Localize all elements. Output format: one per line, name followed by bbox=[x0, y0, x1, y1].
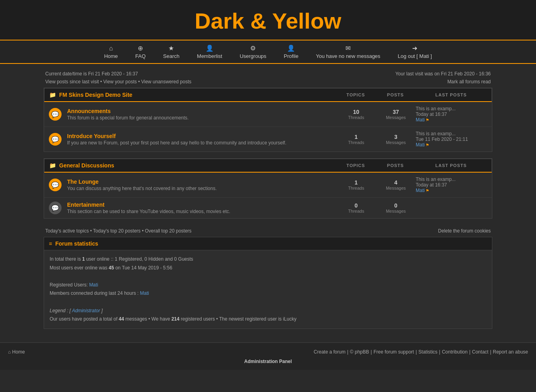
last-post-date-announcements: Today at 16:37 bbox=[416, 111, 487, 117]
forum-info-lounge: The Lounge You can discuss anything here… bbox=[67, 179, 336, 191]
max-online-info: Most users ever online was 45 on Tue 14 … bbox=[50, 264, 486, 273]
site-title: Dark & Yellow bbox=[0, 8, 536, 34]
stat-label-threads-introduce: Threads bbox=[336, 140, 376, 145]
last-post-date-introduce: Tue 11 Feb 2020 - 21:11 bbox=[416, 136, 487, 142]
stat-num-posts-lounge: 4 bbox=[376, 179, 416, 186]
footer-contact[interactable]: Contact bbox=[472, 349, 488, 355]
profile-icon: 👤 bbox=[287, 44, 295, 52]
stat-num-posts-introduce: 3 bbox=[376, 134, 416, 140]
delete-cookies-link[interactable]: Delete the forum cookies bbox=[438, 228, 491, 234]
forum-name-lounge[interactable]: The Lounge bbox=[67, 179, 336, 185]
nav-profile[interactable]: 👤 Profile bbox=[275, 43, 307, 61]
category-header-general: 📁 General Discussions TOPICS POSTS LAST … bbox=[44, 159, 492, 173]
user-flag-icon-announcements: ⚑ bbox=[426, 118, 429, 122]
total-messages: 44 bbox=[119, 316, 124, 322]
forum-stat-topics-lounge: 1 Threads bbox=[336, 179, 376, 190]
last-post-date-lounge: Today at 16:37 bbox=[416, 182, 487, 188]
forum-desc-introduce: If you are new to Forum, post your first… bbox=[67, 140, 336, 146]
stat-label-messages-announcements: Messages bbox=[376, 115, 416, 120]
last-post-title-introduce: This is an examp... bbox=[416, 131, 487, 136]
forum-row-announcements: 💬 Announcements This forum is a special … bbox=[44, 102, 492, 127]
category-title-general: General Discussions bbox=[59, 162, 336, 169]
forum-stats-box: ≡ Forum statistics In total there is 1 u… bbox=[44, 237, 492, 329]
max-date: Tue 14 May 2019 - 5:56 bbox=[122, 265, 172, 271]
col-posts-header-2: POSTS bbox=[376, 163, 415, 168]
footer-contribution[interactable]: Contribution bbox=[442, 349, 468, 355]
nav-memberlist[interactable]: 👤 Memberlist bbox=[188, 43, 231, 61]
footer-free-support[interactable]: Free forum support bbox=[374, 349, 414, 355]
nav-search[interactable]: ★ Search bbox=[154, 43, 188, 61]
forum-stat-topics-introduce: 1 Threads bbox=[336, 134, 376, 145]
stat-num-topics-announcements: 10 bbox=[336, 109, 376, 115]
nav-profile-label: Profile bbox=[284, 53, 299, 59]
last-post-title-announcements: This is an examp... bbox=[416, 106, 487, 111]
stat-label-threads-entertainment: Threads bbox=[336, 209, 376, 213]
active-topics-link[interactable]: Today's active topics bbox=[45, 228, 89, 234]
nav-usergroups[interactable]: ⚙ Usergroups bbox=[231, 43, 275, 61]
col-lastposts-header-1: LAST POSTS bbox=[415, 92, 487, 97]
main-container: Current date/time is Fri 21 Feb 2020 - 1… bbox=[40, 64, 496, 339]
forum-name-announcements[interactable]: Announcements bbox=[67, 108, 336, 114]
stat-label-messages-introduce: Messages bbox=[376, 140, 416, 145]
forum-name-introduce[interactable]: Introduce Yourself bbox=[67, 133, 336, 139]
last-post-user-introduce[interactable]: Mati bbox=[416, 142, 425, 148]
nav-memberlist-label: Memberlist bbox=[197, 53, 222, 59]
stat-label-threads-lounge: Threads bbox=[336, 186, 376, 190]
nav-usergroups-label: Usergroups bbox=[240, 53, 266, 59]
forum-row-lounge: 💬 The Lounge You can discuss anything he… bbox=[44, 173, 492, 198]
nav-messages[interactable]: ✉ You have no new messages bbox=[307, 43, 389, 61]
nav-messages-label: You have no new messages bbox=[316, 53, 380, 59]
forum-info-entertainment: Entertainment This section can be used t… bbox=[67, 202, 336, 214]
forum-last-introduce: This is an examp... Tue 11 Feb 2020 - 21… bbox=[416, 131, 487, 148]
forum-last-lounge: This is an examp... Today at 16:37 Mati⚑ bbox=[416, 177, 487, 193]
nav-home[interactable]: ⌂ Home bbox=[95, 43, 127, 61]
nav-home-label: Home bbox=[104, 53, 118, 59]
forum-stat-topics-entertainment: 0 Threads bbox=[336, 202, 376, 213]
footer-create-forum[interactable]: Create a forum bbox=[314, 349, 345, 355]
nav-faq-label: FAQ bbox=[135, 53, 146, 59]
faq-icon: ⊕ bbox=[138, 44, 143, 52]
forum-stat-posts-announcements: 37 Messages bbox=[376, 109, 416, 120]
nav-logout[interactable]: ➜ Log out [ Mati ] bbox=[389, 43, 441, 61]
footer-home-link[interactable]: ⌂ Home bbox=[8, 349, 25, 355]
forum-row-introduce-yourself: 💬 Introduce Yourself If you are new to F… bbox=[44, 127, 492, 152]
forum-stat-topics-announcements: 10 Threads bbox=[336, 109, 376, 120]
connected-user-mati[interactable]: Mati bbox=[140, 290, 149, 296]
your-posts-link[interactable]: View your posts bbox=[103, 79, 137, 85]
nav-faq[interactable]: ⊕ FAQ bbox=[127, 43, 154, 61]
registered-user-mati[interactable]: Mati bbox=[89, 282, 98, 288]
stats-menu-icon: ≡ bbox=[49, 240, 52, 247]
forum-bubble-announcements: 💬 bbox=[49, 108, 62, 121]
stat-num-posts-entertainment: 0 bbox=[376, 202, 416, 209]
legend-info: Legend : [ Administrator ] bbox=[50, 307, 486, 315]
footer-report-abuse[interactable]: Report an abuse bbox=[493, 349, 528, 355]
usergroups-icon: ⚙ bbox=[250, 44, 256, 52]
forum-last-announcements: This is an examp... Today at 16:37 Mati⚑ bbox=[416, 106, 487, 123]
registered-users-info: Registered Users: Mati bbox=[50, 281, 486, 290]
stat-num-topics-entertainment: 0 bbox=[336, 202, 376, 209]
forum-name-entertainment[interactable]: Entertainment bbox=[67, 202, 336, 208]
top20-link[interactable]: Today's top 20 posters bbox=[93, 228, 141, 234]
forum-desc-entertainment: This section can be used to share YouTub… bbox=[67, 209, 336, 214]
nav-search-label: Search bbox=[163, 53, 179, 59]
footer-phpbb[interactable]: © phpBB bbox=[350, 349, 369, 355]
category-folder-icon-2: 📁 bbox=[49, 162, 56, 169]
user-flag-icon-lounge: ⚑ bbox=[426, 188, 429, 193]
admin-panel-link[interactable]: Administration Panel bbox=[8, 357, 528, 366]
category-folder-icon: 📁 bbox=[49, 92, 56, 98]
unanswered-link[interactable]: View unanswered posts bbox=[141, 79, 191, 85]
view-posts-since-link[interactable]: View posts since last visit bbox=[45, 79, 99, 85]
last-post-user-lounge[interactable]: Mati bbox=[416, 188, 425, 193]
footer-statistics[interactable]: Statistics bbox=[418, 349, 438, 355]
mark-all-read-link[interactable]: Mark all forums read bbox=[447, 79, 491, 85]
overall-top20-link[interactable]: Overall top 20 posters bbox=[145, 228, 191, 234]
col-lastposts-header-2: LAST POSTS bbox=[415, 163, 487, 168]
totals-info: Our users have posted a total of 44 mess… bbox=[50, 315, 486, 324]
newest-user: iLucky bbox=[283, 316, 297, 322]
connected-24h-info: Members connected during last 24 hours :… bbox=[50, 289, 486, 298]
user-flag-icon-introduce: ⚑ bbox=[426, 143, 429, 147]
col-posts-header-1: POSTS bbox=[376, 92, 415, 97]
last-post-user-announcements[interactable]: Mati bbox=[416, 117, 425, 123]
stat-label-messages-entertainment: Messages bbox=[376, 209, 416, 213]
online-count: 1 bbox=[82, 256, 85, 262]
